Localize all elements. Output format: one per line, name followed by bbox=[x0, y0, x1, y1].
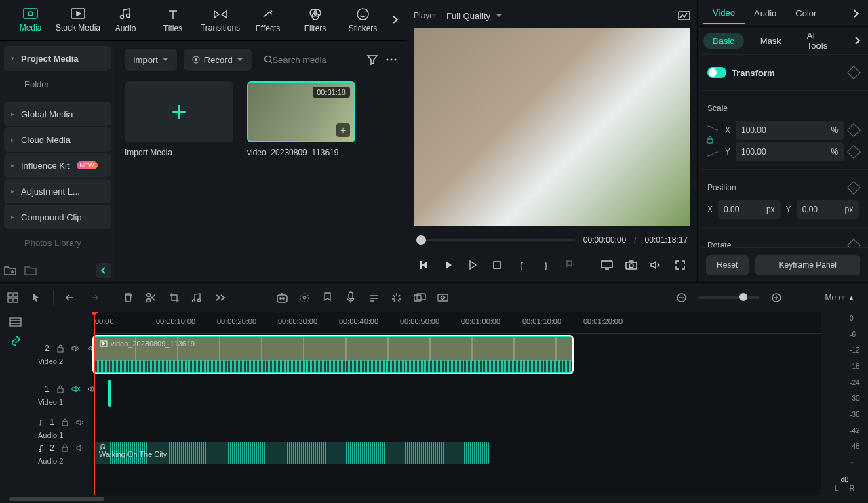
import-button[interactable]: Import bbox=[125, 49, 177, 71]
add-to-timeline-button[interactable]: + bbox=[336, 123, 350, 137]
timeline-scrollbar[interactable] bbox=[0, 495, 868, 503]
scale-x-keyframe[interactable] bbox=[847, 123, 861, 137]
tab-titles[interactable]: Titles bbox=[149, 0, 197, 41]
scale-y-keyframe[interactable] bbox=[847, 145, 861, 159]
quality-select[interactable]: Full Quality bbox=[446, 11, 502, 21]
timeline-ruler[interactable]: 00:00 00:00:10:00 00:00:20:00 00:00:30:0… bbox=[92, 312, 821, 334]
fullscreen-icon[interactable] bbox=[674, 259, 686, 271]
marker-icon[interactable] bbox=[321, 291, 334, 304]
tab-media[interactable]: Media bbox=[7, 0, 54, 41]
video-clip[interactable]: video_20230809_113619 bbox=[94, 336, 572, 373]
tab-filters[interactable]: Filters bbox=[292, 0, 339, 41]
play-button[interactable] bbox=[467, 259, 479, 271]
transform-toggle[interactable] bbox=[707, 67, 726, 78]
select-tool-icon[interactable] bbox=[30, 291, 42, 304]
speed-icon[interactable] bbox=[191, 291, 203, 304]
mark-out-button[interactable]: } bbox=[540, 259, 552, 271]
reset-button[interactable]: Reset bbox=[706, 255, 749, 275]
playhead[interactable] bbox=[94, 312, 95, 495]
track-mute-icon[interactable] bbox=[71, 342, 81, 355]
position-x-input[interactable]: 0.00px bbox=[718, 200, 781, 219]
tab-transitions[interactable]: Transitions bbox=[197, 0, 244, 41]
tab-stickers[interactable]: Stickers bbox=[339, 0, 387, 41]
inspector-tab-audio[interactable]: Audio bbox=[745, 3, 786, 24]
more-tools-icon[interactable] bbox=[214, 291, 226, 304]
small-clip[interactable] bbox=[108, 380, 111, 407]
new-folder-icon[interactable] bbox=[4, 264, 16, 277]
keyframe-panel-button[interactable]: Keyframe Panel bbox=[755, 255, 860, 275]
scale-x-input[interactable]: 100.00% bbox=[736, 121, 844, 140]
more-menu-icon[interactable] bbox=[385, 54, 397, 66]
scale-y-input[interactable]: 100.00% bbox=[736, 142, 844, 161]
sidebar-cloud-media[interactable]: ▸Cloud Media bbox=[4, 127, 111, 152]
lock-icon[interactable] bbox=[706, 136, 714, 144]
search-input[interactable] bbox=[272, 55, 354, 65]
media-search[interactable] bbox=[258, 49, 359, 71]
redo-icon[interactable] bbox=[87, 291, 100, 304]
tab-stock-media[interactable]: Stock Media bbox=[54, 0, 102, 41]
track-lock-icon[interactable] bbox=[56, 342, 64, 355]
zoom-slider[interactable] bbox=[698, 296, 760, 299]
record-button[interactable]: Record bbox=[184, 49, 252, 71]
sidebar-photos-library[interactable]: Photos Library bbox=[4, 230, 111, 255]
track-mute-icon[interactable] bbox=[76, 442, 85, 454]
sidebar-adjustment-layer[interactable]: ▸Adjustment L... bbox=[4, 179, 111, 203]
prev-frame-button[interactable] bbox=[418, 259, 430, 271]
group-icon[interactable] bbox=[414, 291, 426, 304]
inspector-overflow-icon[interactable] bbox=[850, 7, 863, 20]
scrub-bar[interactable] bbox=[416, 239, 575, 241]
voiceover-icon[interactable] bbox=[344, 291, 357, 304]
preview-viewport[interactable] bbox=[414, 28, 690, 226]
undo-icon[interactable] bbox=[64, 291, 77, 304]
marker-dropdown-icon[interactable] bbox=[564, 259, 576, 271]
position-y-input[interactable]: 0.00px bbox=[797, 200, 859, 219]
sidebar-compound-clip[interactable]: ▸Compound Clip bbox=[4, 205, 111, 229]
color-wheel-icon[interactable] bbox=[298, 291, 311, 304]
track-lock-icon[interactable] bbox=[61, 416, 69, 428]
scopes-icon[interactable] bbox=[678, 9, 690, 22]
import-media-card[interactable]: + Import Media bbox=[125, 81, 233, 157]
media-clip-card[interactable]: 00:01:18 + video_20230809_113619 bbox=[247, 81, 355, 157]
rotate-keyframe[interactable] bbox=[847, 239, 861, 247]
track-mute-icon[interactable] bbox=[76, 416, 85, 428]
delete-icon[interactable] bbox=[122, 291, 134, 304]
tabs-overflow-icon[interactable] bbox=[389, 14, 401, 26]
subtab-basic[interactable]: Basic bbox=[703, 33, 744, 49]
subtab-mask[interactable]: Mask bbox=[751, 33, 791, 49]
folder-icon[interactable] bbox=[24, 264, 37, 277]
sidebar-influence-kit[interactable]: ▸Influence KitNEW bbox=[4, 153, 111, 178]
magnetic-icon[interactable] bbox=[391, 291, 403, 304]
keyframe-icon[interactable] bbox=[437, 291, 449, 304]
sidebar-collapse-button[interactable] bbox=[96, 263, 111, 278]
track-lock-icon[interactable] bbox=[61, 442, 69, 454]
play-pause-button[interactable] bbox=[442, 259, 454, 271]
position-keyframe[interactable] bbox=[847, 181, 861, 195]
sidebar-global-media[interactable]: ▸Global Media bbox=[4, 102, 111, 126]
track-lock-icon[interactable] bbox=[56, 383, 64, 395]
transform-keyframe[interactable] bbox=[847, 66, 861, 79]
display-settings-icon[interactable] bbox=[601, 259, 613, 271]
snapshot-icon[interactable] bbox=[625, 259, 637, 271]
split-icon[interactable] bbox=[145, 291, 157, 304]
mute-icon[interactable] bbox=[650, 259, 662, 271]
mark-in-button[interactable]: { bbox=[515, 259, 528, 271]
inspector-tab-video[interactable]: Video bbox=[703, 2, 745, 24]
subtab-ai-tools[interactable]: AI Tools bbox=[797, 27, 840, 54]
link-icon[interactable] bbox=[9, 335, 22, 347]
ai-tools-icon[interactable] bbox=[275, 291, 288, 304]
sidebar-folder[interactable]: Folder bbox=[4, 72, 111, 96]
track-mute-icon[interactable] bbox=[71, 383, 81, 395]
tab-audio[interactable]: Audio bbox=[102, 0, 149, 41]
tab-effects[interactable]: Effects bbox=[244, 0, 292, 41]
filter-icon[interactable] bbox=[366, 54, 378, 66]
zoom-in-icon[interactable] bbox=[770, 291, 783, 304]
subtab-overflow-icon[interactable] bbox=[854, 35, 863, 47]
audio-mixer-icon[interactable] bbox=[368, 291, 380, 304]
zoom-out-icon[interactable] bbox=[675, 291, 688, 304]
crop-icon[interactable] bbox=[168, 291, 180, 304]
inspector-tab-color[interactable]: Color bbox=[786, 3, 826, 24]
audio-clip[interactable]: Walking On The City bbox=[94, 442, 490, 464]
layout-icon[interactable] bbox=[7, 291, 19, 304]
stop-button[interactable] bbox=[491, 259, 503, 271]
track-area[interactable]: 00:00 00:00:10:00 00:00:20:00 00:00:30:0… bbox=[92, 312, 821, 495]
